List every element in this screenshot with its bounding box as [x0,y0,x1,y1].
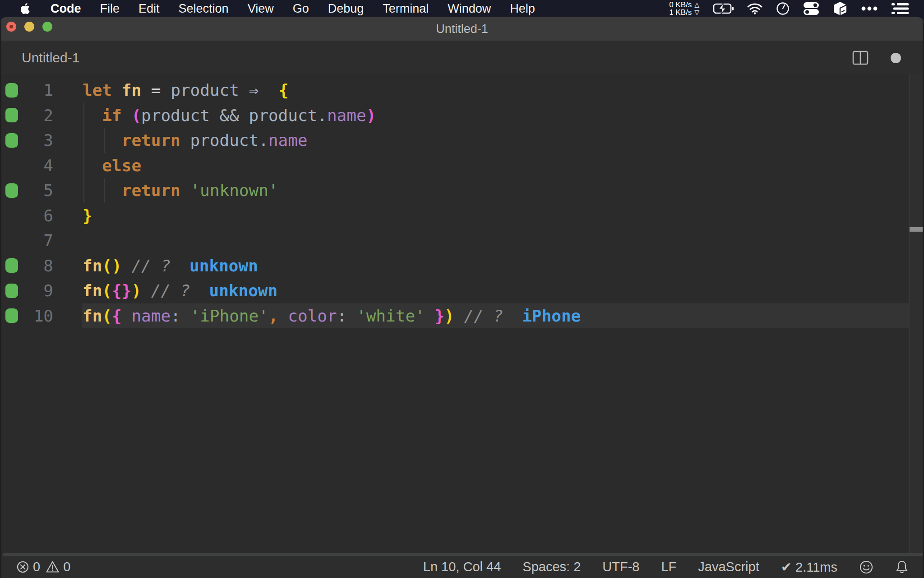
code-line-3[interactable]: 3 return product.name [0,128,924,153]
cursor-position[interactable]: Ln 10, Col 44 [423,559,501,574]
title-bar[interactable]: Untitled-1 [0,17,924,41]
menu-bar-status: 0 KB/s △ 1 KB/s ▽ [669,1,924,16]
feedback-smiley-icon[interactable] [859,560,873,574]
warning-icon [46,560,60,573]
line-number: 9 [0,278,53,303]
editor-header: Untitled-1 [0,41,924,75]
scrollbar-cursor-marker[interactable] [910,227,924,232]
unsaved-changes-dot[interactable] [891,53,901,63]
status-bar-right: Ln 10, Col 44Spaces: 2UTF-8LFJavaScript✔… [423,559,924,575]
toggles-icon[interactable] [803,2,819,15]
battery-charging-icon[interactable] [713,3,734,14]
code-text: return 'unknown' [83,178,278,203]
menu-edit[interactable]: Edit [139,2,160,16]
line-number: 6 [0,203,53,228]
menu-view[interactable]: View [248,2,274,16]
line-number: 4 [0,153,53,178]
line-number: 5 [0,178,53,203]
eol[interactable]: LF [661,559,676,574]
indentation[interactable]: Spaces: 2 [522,559,581,574]
line-number: 2 [0,103,53,128]
menu-bar-left: Code FileEditSelectionViewGoDebugTermina… [0,2,535,16]
line-number: 1 [0,78,53,103]
list-icon[interactable] [892,2,909,15]
line-number: 8 [0,253,53,279]
wifi-icon[interactable] [747,3,762,14]
menu-debug[interactable]: Debug [328,2,364,16]
code-line-9[interactable]: 9fn({}) // ?unknown [0,278,924,303]
problems-indicator[interactable]: 0 0 [0,559,70,574]
warning-count: 0 [63,559,70,574]
error-icon [16,560,29,573]
code-line-4[interactable]: 4 else [0,153,924,178]
app-window: Untitled-1 Untitled-1 1let fn = product … [0,17,924,578]
code-text: if (product && product.name) [83,103,376,128]
network-down-speed: 1 KB/s [669,9,692,16]
menu-file[interactable]: File [100,2,120,16]
code-lines: 1let fn = product ⇒ {2 if (product && pr… [0,78,924,328]
inline-result: unknown [189,256,258,275]
window-left-edge [0,17,1,578]
code-text: } [83,203,92,228]
code-line-6[interactable]: 6} [0,203,924,228]
screen: Code FileEditSelectionViewGoDebugTermina… [0,0,924,578]
apple-menu-icon[interactable] [20,2,32,15]
status-bar: 0 0 Ln 10, Col 44Spaces: 2UTF-8LFJavaScr… [0,556,924,578]
code-text: fn() // ?unknown [83,253,258,279]
code-text: else [83,153,141,178]
network-speed-indicator[interactable]: 0 KB/s △ 1 KB/s ▽ [669,1,699,16]
line-number: 10 [0,303,53,329]
code-text: let fn = product ⇒ { [83,78,288,103]
split-editor-icon[interactable] [852,51,869,65]
menu-items: FileEditSelectionViewGoDebugTerminalWind… [100,2,535,16]
code-text: return product.name [83,128,308,153]
code-line-10[interactable]: 10fn({ name: 'iPhone', color: 'white' })… [0,303,924,329]
clock-icon[interactable] [776,2,790,15]
tab-untitled-1[interactable]: Untitled-1 [22,41,79,75]
notifications-bell-icon[interactable] [895,560,909,574]
scrollbar-track[interactable] [910,75,924,553]
down-triangle-icon: ▽ [694,9,699,16]
line-number: 3 [0,128,53,153]
code-editor[interactable]: 1let fn = product ⇒ {2 if (product && pr… [0,75,924,553]
menu-go[interactable]: Go [293,2,309,16]
cube-icon[interactable] [833,1,847,16]
code-line-8[interactable]: 8fn() // ?unknown [0,253,924,279]
code-text: fn({ name: 'iPhone', color: 'white' }) /… [83,303,581,329]
more-dots-icon[interactable] [861,6,878,11]
inline-result: iPhone [522,307,581,325]
encoding[interactable]: UTF-8 [602,559,639,574]
menu-window[interactable]: Window [448,2,491,16]
language-mode[interactable]: JavaScript [698,559,759,574]
up-triangle-icon: △ [694,1,699,9]
menu-help[interactable]: Help [510,2,535,16]
code-text: fn({}) // ?unknown [83,278,277,303]
menu-selection[interactable]: Selection [179,2,229,16]
quokka-time[interactable]: ✔ 2.11ms [781,559,837,575]
horizontal-scrollbar[interactable] [3,553,924,556]
menu-app[interactable]: Code [51,2,81,16]
window-title: Untitled-1 [0,17,924,41]
menu-terminal[interactable]: Terminal [383,2,429,16]
code-line-7[interactable]: 7 [0,228,924,253]
scrollbar-separator [909,75,910,553]
code-line-5[interactable]: 5 return 'unknown' [0,178,924,203]
error-count: 0 [33,559,40,574]
menu-bar: Code FileEditSelectionViewGoDebugTermina… [0,0,924,17]
code-line-1[interactable]: 1let fn = product ⇒ { [0,78,924,103]
line-number: 7 [0,228,53,253]
code-line-2[interactable]: 2 if (product && product.name) [0,103,924,128]
inline-result: unknown [209,281,277,300]
network-up-speed: 0 KB/s [669,1,692,9]
